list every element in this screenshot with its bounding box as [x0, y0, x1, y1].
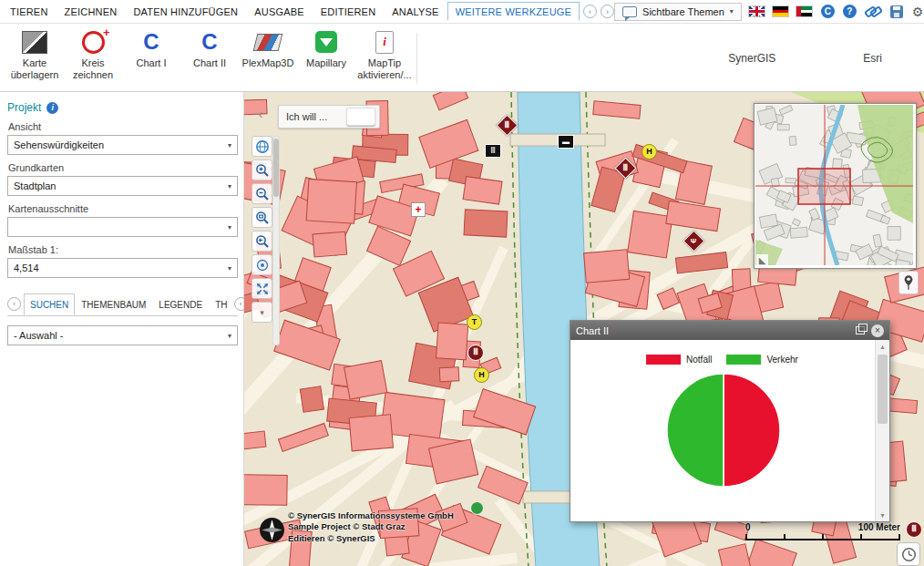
settings-button[interactable]: ⚙ ▾	[912, 5, 924, 18]
pin-button[interactable]	[898, 271, 919, 294]
copyright-line: © SynerGIS Informationssysteme GmbH	[288, 510, 454, 521]
link-icon[interactable]	[865, 5, 882, 17]
scroll-up-button[interactable]: ▲	[879, 340, 886, 353]
ribbon-button-label: Chart I	[136, 57, 166, 69]
center-map-button[interactable]	[252, 254, 272, 275]
iwill-toggle[interactable]	[346, 108, 375, 126]
legend-label-notfall: Notfall	[686, 355, 712, 365]
clock-button[interactable]	[897, 542, 920, 566]
massstab-select-value: 4,514	[14, 262, 222, 273]
map-tools-scrollbar[interactable]	[272, 136, 280, 345]
poi-museum-circle[interactable]: Ⅲ	[467, 345, 484, 361]
full-extent-button[interactable]	[252, 278, 272, 299]
ansicht-select[interactable]: Sehenswürdigkeiten ▾	[7, 135, 238, 155]
tabs-next-button[interactable]: ›	[601, 5, 614, 18]
sidebar-collapse-button[interactable]: ‹	[253, 103, 268, 123]
ribbon-button-label: Chart II	[193, 57, 226, 69]
poi-museum-corner[interactable]: Ⅲ	[906, 521, 922, 538]
circle-c-button[interactable]: C	[821, 5, 835, 18]
mapillary-icon	[315, 31, 337, 53]
sidebar-panel: Projekt i Ansicht Sehenswürdigkeiten ▾ G…	[0, 92, 244, 566]
more-tools-button[interactable]: ▾	[252, 302, 272, 323]
ribbon-toolbar: Karte überlagern + Kreis zeichnen C Char…	[0, 24, 924, 92]
zoom-window-button[interactable]	[252, 207, 272, 228]
zoom-in-button[interactable]	[252, 160, 272, 180]
overview-collapse-button[interactable]: ◣	[756, 254, 768, 266]
menu-tab-daten-hinzufuegen[interactable]: DATEN HINZUFÜGEN	[125, 2, 246, 21]
ribbon-button-karte-ueberlagern[interactable]: Karte überlagern	[5, 26, 64, 91]
zoom-previous-button[interactable]	[252, 231, 272, 252]
sidebar-tab-legende[interactable]: LEGENDE	[152, 293, 209, 315]
maptip-icon: i	[375, 31, 394, 54]
ribbon-button-label: MapTip aktivieren/...	[355, 57, 414, 81]
scroll-thumb[interactable]	[878, 355, 888, 424]
plexmap-icon	[253, 34, 283, 51]
poi-tram-stop-t[interactable]: T	[467, 314, 482, 330]
ribbon-button-kreis-zeichnen[interactable]: + Kreis zeichnen	[64, 26, 122, 91]
menu-tab-ausgabe[interactable]: AUSGABE	[246, 2, 313, 21]
ribbon-button-maptip[interactable]: i MapTip aktivieren/...	[355, 26, 414, 91]
chart-window-titlebar[interactable]: Chart II ×	[570, 321, 889, 340]
kartenausschnitte-select[interactable]: ▾	[7, 217, 238, 237]
help-button[interactable]: ?	[843, 5, 857, 18]
visible-themes-dropdown[interactable]: Sichtbare Themen ▾	[614, 3, 742, 21]
auswahl-select[interactable]: - Auswahl - ▾	[7, 325, 238, 345]
zoom-out-button[interactable]	[252, 183, 272, 204]
poi-bus-stop-h-2[interactable]: H	[474, 367, 489, 383]
visible-themes-label: Sichtbare Themen	[642, 6, 724, 17]
language-flag-uk[interactable]	[748, 5, 765, 17]
sidebar-tab-th[interactable]: TH	[209, 293, 233, 315]
iwill-search[interactable]: Ich will ...	[278, 105, 380, 129]
zoom-window-icon	[255, 211, 270, 225]
restore-window-button[interactable]	[853, 324, 868, 338]
tabs-prev-button[interactable]: ‹	[583, 5, 597, 18]
chart-scrollbar[interactable]: ▲ ▼	[875, 340, 889, 521]
chevron-right-icon: ›	[606, 7, 609, 16]
ribbon-button-label: PlexMap3D	[242, 57, 294, 69]
menu-tab-tieren[interactable]: TIEREN	[2, 2, 56, 21]
overview-map[interactable]: ◣	[754, 103, 917, 269]
copyright-line: Sample Project © Stadt Graz	[288, 521, 454, 532]
language-flag-de[interactable]	[772, 5, 789, 17]
ribbon-button-plexmap3d[interactable]: PlexMap3D	[239, 26, 297, 91]
grundkarten-select[interactable]: Stadtplan ▾	[7, 176, 238, 196]
chart-window[interactable]: Chart II × Notfall Verkehr ▲	[570, 320, 890, 522]
legend-swatch-verkehr	[726, 355, 761, 365]
scroll-down-button[interactable]: ▼	[879, 509, 886, 521]
chevron-left-icon: ‹	[259, 106, 263, 121]
pin-icon	[902, 274, 915, 291]
save-icon[interactable]	[890, 5, 903, 18]
scale-start-label: 0	[745, 522, 751, 532]
menu-tab-weitere-werkzeuge[interactable]: WEITERE WERKZEUGE	[447, 2, 580, 21]
poi-panorama-marker[interactable]: ▬	[558, 135, 574, 149]
chevron-down-icon: ▾	[222, 141, 237, 149]
chevron-down-icon: ▾	[730, 7, 734, 15]
poi-hospital-marker[interactable]: +	[411, 202, 426, 217]
menu-tab-zeichnen[interactable]: ZEICHNEN	[56, 2, 126, 21]
tab-scroll-left-button[interactable]: ‹	[7, 297, 21, 311]
project-title: Projekt	[7, 101, 41, 114]
poi-gallery-marker[interactable]: Ⅲ	[485, 144, 501, 158]
menu-tab-editieren[interactable]: EDITIEREN	[313, 2, 384, 21]
massstab-select[interactable]: 4,514 ▾	[7, 258, 238, 278]
close-window-button[interactable]: ×	[871, 324, 884, 337]
auswahl-select-value: - Auswahl -	[14, 330, 222, 341]
field-label-ansicht: Ansicht	[8, 121, 238, 132]
chevron-down-icon: ▾	[222, 182, 237, 190]
chevron-left-icon: ‹	[589, 7, 591, 16]
grundkarten-select-value: Stadtplan	[14, 180, 222, 191]
compass-icon	[259, 517, 285, 543]
field-label-massstab: Maßstab 1:	[8, 244, 238, 255]
poi-green-marker[interactable]	[470, 501, 484, 515]
globe-tool-button[interactable]	[252, 136, 272, 157]
sidebar-tab-suchen[interactable]: SUCHEN	[24, 293, 75, 315]
sidebar-tab-themenbaum[interactable]: THEMENBAUM	[75, 293, 152, 315]
ribbon-button-chart-1[interactable]: C Chart I	[122, 26, 180, 91]
ribbon-button-mapillary[interactable]: Mapillary	[297, 26, 355, 91]
menu-tab-analyse[interactable]: ANALYSE	[384, 2, 447, 21]
ribbon-button-chart-2[interactable]: C Chart II	[180, 26, 239, 91]
map-tools-toolbar: ▾	[252, 136, 272, 323]
project-info-icon[interactable]: i	[46, 102, 58, 114]
language-flag-ae[interactable]	[796, 5, 813, 17]
poi-bus-stop-h[interactable]: H	[642, 144, 657, 160]
